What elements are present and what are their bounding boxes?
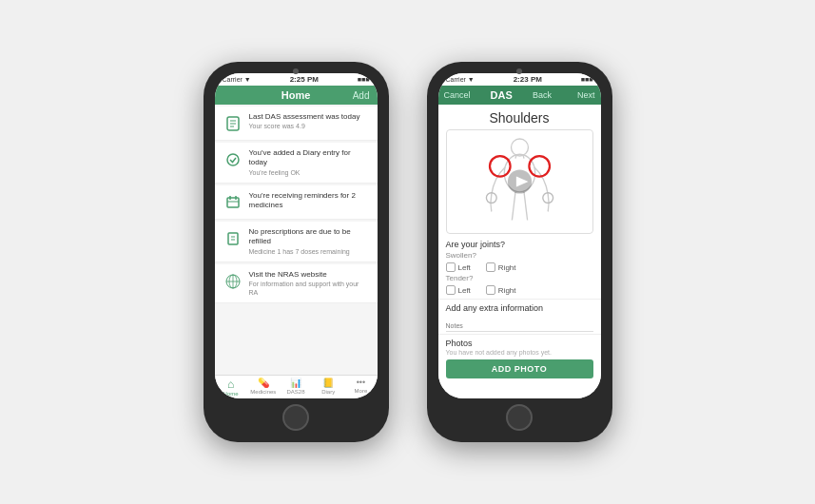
swollen-left-box[interactable] bbox=[446, 262, 456, 272]
home-content: Last DAS assessment was today Your score… bbox=[215, 105, 378, 375]
photos-title: Photos bbox=[446, 339, 593, 348]
das-nav-title: DAS bbox=[491, 89, 513, 101]
tender-left-box[interactable] bbox=[446, 285, 456, 295]
home-nav-title: Home bbox=[251, 89, 341, 101]
nras-card-text: Visit the NRAS website For information a… bbox=[249, 270, 370, 298]
svg-rect-9 bbox=[228, 233, 238, 244]
tender-right-checkbox[interactable]: Right bbox=[486, 285, 516, 295]
joints-section-title: Are your joints? bbox=[446, 240, 593, 249]
add-photo-button[interactable]: ADD PHOTO bbox=[446, 359, 593, 378]
home-tab-icon: ⌂ bbox=[227, 378, 234, 390]
prescription-card-text: No prescriptions are due to be refilled … bbox=[249, 227, 370, 256]
das-time-text: 2:23 PM bbox=[514, 75, 542, 84]
page-title: Shoulders bbox=[438, 105, 601, 129]
notes-input[interactable] bbox=[446, 320, 593, 332]
photos-section: Photos You have not added any photos yet… bbox=[438, 334, 601, 358]
prescription-card-subtitle: Medicine 1 has 7 doses remaining bbox=[249, 247, 370, 256]
das-card-subtitle: Your score was 4.9 bbox=[249, 122, 370, 130]
tab-diary[interactable]: 📒 Diary bbox=[312, 378, 344, 397]
swollen-left-checkbox[interactable]: Left bbox=[446, 262, 471, 272]
svg-point-4 bbox=[227, 154, 239, 165]
tab-bar-home: ⌂ Home 💊 Medicines 📊 DAS28 📒 Diary ••• M… bbox=[215, 375, 378, 398]
tender-label: Tender? bbox=[446, 274, 593, 282]
reminder-card-title: You're receiving reminders for 2 medicin… bbox=[249, 191, 370, 211]
swollen-row: Left Right bbox=[446, 262, 593, 272]
diary-card-subtitle: You're feeling OK bbox=[249, 168, 370, 177]
tender-row: Left Right bbox=[446, 285, 593, 295]
das28-tab-label: DAS28 bbox=[287, 389, 305, 395]
add-button[interactable]: Add bbox=[341, 90, 370, 101]
nras-card-title: Visit the NRAS website bbox=[249, 270, 370, 280]
carrier-text: Carrier ▼ bbox=[223, 76, 251, 83]
tab-home[interactable]: ⌂ Home bbox=[215, 378, 247, 397]
swollen-right-checkbox[interactable]: Right bbox=[486, 262, 516, 272]
phone-das: Carrier ▼ 2:23 PM ■■■ Cancel DAS Back Ne… bbox=[427, 62, 612, 442]
tab-das28[interactable]: 📊 DAS28 bbox=[280, 378, 312, 397]
nras-icon bbox=[223, 271, 243, 292]
svg-line-19 bbox=[523, 155, 524, 159]
back-button[interactable]: Back bbox=[533, 90, 552, 100]
list-item[interactable]: You've added a Diary entry for today You… bbox=[215, 143, 378, 184]
tab-medicines[interactable]: 💊 Medicines bbox=[247, 378, 280, 397]
tender-right-label: Right bbox=[498, 286, 516, 295]
extra-info-section: Add any extra information bbox=[438, 299, 601, 334]
cancel-button[interactable]: Cancel bbox=[444, 90, 471, 100]
joints-section: Are your joints? Swollen? Left Right Ten… bbox=[438, 234, 601, 299]
swollen-left-label: Left bbox=[458, 263, 471, 272]
reminder-icon bbox=[223, 192, 243, 213]
prescription-card-title: No prescriptions are due to be refilled bbox=[249, 227, 370, 247]
diary-card-title: You've added a Diary entry for today bbox=[249, 148, 370, 168]
das-icon bbox=[223, 113, 243, 134]
das-battery-icon: ■■■ bbox=[581, 76, 593, 83]
svg-rect-5 bbox=[227, 198, 239, 207]
svg-line-21 bbox=[524, 192, 528, 221]
list-item[interactable]: Last DAS assessment was today Your score… bbox=[215, 107, 378, 141]
home-nav-bar: Home Add bbox=[215, 86, 378, 105]
das-home-button[interactable] bbox=[506, 404, 533, 431]
medicines-tab-label: Medicines bbox=[250, 389, 276, 395]
home-button[interactable] bbox=[282, 404, 309, 431]
diary-tab-label: Diary bbox=[321, 389, 335, 395]
tender-left-label: Left bbox=[458, 286, 471, 295]
list-item[interactable]: You're receiving reminders for 2 medicin… bbox=[215, 185, 378, 220]
more-tab-icon: ••• bbox=[357, 378, 365, 387]
tender-left-checkbox[interactable]: Left bbox=[446, 285, 471, 295]
svg-line-20 bbox=[512, 192, 515, 221]
phone-home: Carrier ▼ 2:25 PM ■■■ Home Add Last DAS … bbox=[204, 62, 389, 442]
das-nav-bar: Cancel DAS Back Next bbox=[438, 86, 601, 105]
list-item[interactable]: No prescriptions are due to be refilled … bbox=[215, 222, 378, 262]
time-text: 2:25 PM bbox=[290, 75, 319, 84]
status-bar-das: Carrier ▼ 2:23 PM ■■■ bbox=[438, 73, 601, 86]
status-bar-home: Carrier ▼ 2:25 PM ■■■ bbox=[215, 73, 378, 86]
list-item[interactable]: Visit the NRAS website For information a… bbox=[215, 264, 378, 304]
diary-check-icon bbox=[223, 149, 243, 170]
home-tab-label: Home bbox=[223, 391, 239, 397]
das-carrier-text: Carrier ▼ bbox=[446, 76, 475, 83]
das28-tab-icon: 📊 bbox=[290, 378, 301, 388]
swollen-label: Swollen? bbox=[446, 251, 593, 260]
battery-icon: ■■■ bbox=[358, 76, 370, 83]
swollen-right-label: Right bbox=[498, 263, 516, 272]
nras-card-subtitle: For information and support with your RA bbox=[249, 280, 370, 297]
photos-subtitle: You have not added any photos yet. bbox=[446, 349, 593, 356]
das-content: Shoulders bbox=[438, 105, 601, 398]
next-button[interactable]: Next bbox=[577, 90, 595, 100]
body-diagram[interactable] bbox=[446, 129, 593, 234]
das-card-text: Last DAS assessment was today Your score… bbox=[249, 112, 370, 130]
svg-line-18 bbox=[515, 155, 516, 159]
das-card-title: Last DAS assessment was today bbox=[249, 112, 370, 122]
diary-tab-icon: 📒 bbox=[322, 378, 334, 388]
more-tab-label: More bbox=[355, 388, 368, 394]
swollen-right-box[interactable] bbox=[486, 262, 495, 272]
medicines-tab-icon: 💊 bbox=[258, 378, 269, 388]
extra-info-title: Add any extra information bbox=[446, 303, 593, 313]
tender-right-box[interactable] bbox=[486, 285, 495, 295]
reminder-card-text: You're receiving reminders for 2 medicin… bbox=[249, 191, 370, 211]
svg-point-17 bbox=[511, 139, 528, 156]
tab-more[interactable]: ••• More bbox=[344, 378, 377, 397]
diary-card-text: You've added a Diary entry for today You… bbox=[249, 148, 370, 177]
prescription-icon bbox=[223, 228, 243, 249]
